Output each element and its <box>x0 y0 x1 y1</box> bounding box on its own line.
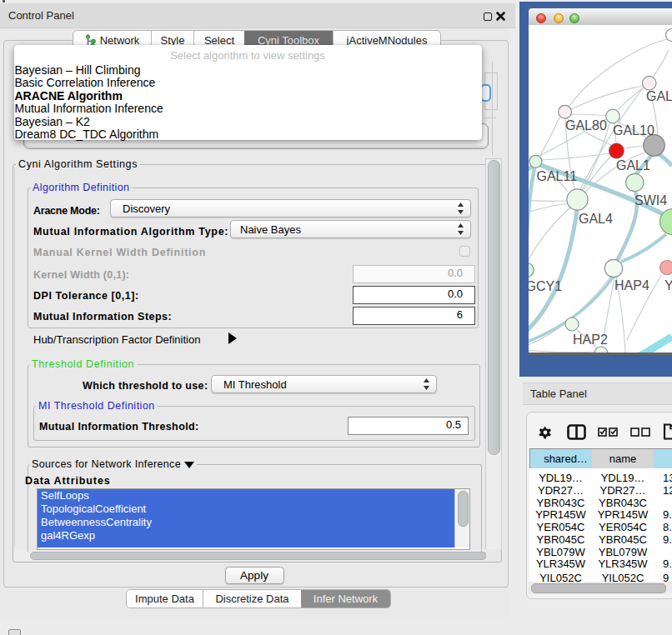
svg-text:GAL2: GAL2 <box>646 89 672 103</box>
svg-text:GAL10: GAL10 <box>613 123 654 138</box>
svg-text:GCY1: GCY1 <box>529 279 562 293</box>
svg-text:HAP2: HAP2 <box>573 332 608 347</box>
svg-text:SWI4: SWI4 <box>634 193 667 208</box>
svg-text:GAL1: GAL1 <box>616 158 650 172</box>
svg-text:GAL80: GAL80 <box>565 118 607 132</box>
svg-text:Y: Y <box>664 278 672 292</box>
svg-text:GAL4: GAL4 <box>579 212 613 226</box>
svg-text:GAL11: GAL11 <box>537 169 578 183</box>
svg-text:HAP4: HAP4 <box>614 278 649 292</box>
